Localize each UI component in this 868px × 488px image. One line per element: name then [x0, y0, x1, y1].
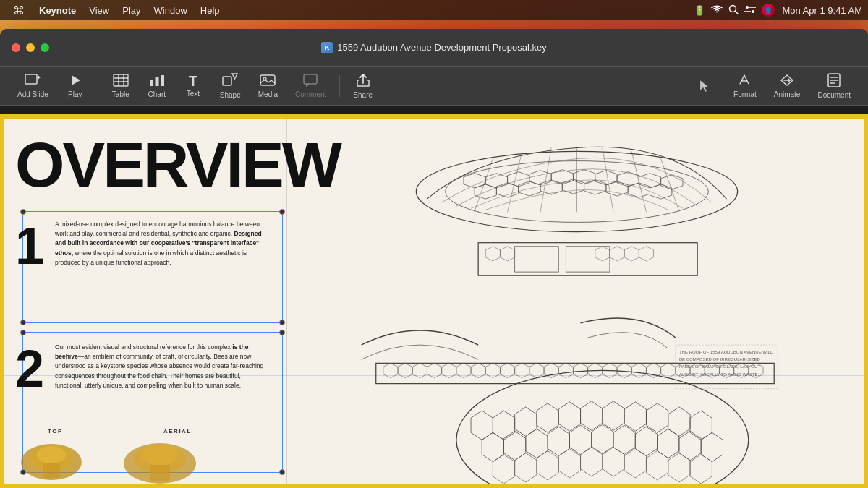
document-label: Document	[817, 91, 851, 99]
item-text-1: A mixed-use complex designed to encourag…	[55, 220, 265, 267]
slide-content: OVERVIEW	[0, 114, 868, 488]
close-button[interactable]	[12, 43, 20, 52]
document-button[interactable]: Document	[809, 70, 859, 102]
svg-line-34	[603, 147, 613, 212]
canvas-area[interactable]: OVERVIEW	[0, 106, 868, 488]
animate-label: Animate	[774, 90, 801, 98]
add-slide-label: Add Slide	[17, 90, 48, 98]
svg-point-2	[746, 6, 749, 9]
svg-point-53	[142, 445, 178, 465]
handle-br-1[interactable]	[279, 320, 285, 325]
svg-rect-17	[161, 75, 164, 86]
wifi-icon	[711, 5, 723, 16]
svg-rect-39	[566, 247, 610, 272]
battery-icon: 🔋	[694, 5, 705, 16]
window-controls	[12, 43, 49, 52]
play-button[interactable]: Play	[57, 71, 93, 101]
handle-tr-1[interactable]	[279, 209, 285, 215]
handle-bl-1[interactable]	[20, 320, 26, 325]
toolbar-separator-3	[720, 75, 720, 97]
media-icon	[260, 74, 276, 89]
play-icon	[69, 74, 82, 89]
right-panel: THE ROOF OF 1559 AUDUBON AVENUE WILL BE …	[290, 119, 864, 484]
svg-marker-19	[232, 74, 237, 79]
svg-point-3	[752, 10, 754, 13]
handle-tl-1[interactable]	[20, 209, 26, 215]
search-icon[interactable]	[728, 4, 739, 17]
svg-rect-18	[223, 77, 231, 85]
add-slide-icon	[25, 74, 41, 89]
menu-play[interactable]: Play	[116, 4, 146, 17]
format-button[interactable]: Format	[725, 71, 765, 101]
shape-button[interactable]: Shape	[211, 70, 250, 102]
svg-rect-15	[150, 80, 153, 86]
svg-line-31	[508, 151, 522, 212]
play-label: Play	[68, 90, 82, 98]
text-label: Text	[187, 90, 200, 98]
svg-line-1	[736, 11, 739, 14]
document-title: 1559 Audubon Avenue Development Proposal…	[337, 42, 547, 53]
chart-icon	[149, 74, 165, 89]
text-icon: T	[189, 74, 197, 88]
handle-tl-2[interactable]	[20, 330, 26, 335]
minimize-button[interactable]	[26, 43, 35, 52]
svg-rect-20	[260, 75, 275, 85]
datetime: Mon Apr 1 9:41 AM	[782, 5, 862, 16]
keynote-icon: K	[321, 42, 333, 53]
share-icon	[356, 73, 370, 90]
slide[interactable]: OVERVIEW	[0, 114, 868, 488]
comment-button[interactable]: Comment	[286, 71, 335, 101]
svg-rect-6	[25, 74, 37, 84]
media-label: Media	[258, 90, 278, 98]
svg-rect-50	[43, 463, 60, 478]
menu-view[interactable]: View	[83, 4, 115, 17]
window-title: K 1559 Audubon Avenue Development Propos…	[12, 42, 856, 53]
shape-label: Shape	[220, 91, 241, 99]
chart-label: Chart	[148, 90, 166, 98]
item-number-1: 1	[15, 220, 44, 272]
share-button[interactable]: Share	[344, 70, 381, 102]
divider-line	[286, 119, 287, 484]
add-slide-button[interactable]: Add Slide	[9, 71, 57, 101]
share-label: Share	[353, 91, 373, 99]
user-icon[interactable]: 👤	[762, 4, 775, 17]
format-icon	[737, 74, 753, 89]
toolbar-separator-2	[339, 75, 340, 97]
media-button[interactable]: Media	[250, 71, 286, 101]
table-label: Table	[112, 90, 129, 98]
arch-sketch-svg: THE ROOF OF 1559 AUDUBON AVENUE WILL BE …	[290, 119, 864, 484]
svg-line-32	[540, 147, 551, 212]
maximize-button[interactable]	[41, 43, 49, 52]
svg-rect-10	[114, 74, 128, 86]
text-button[interactable]: T Text	[175, 71, 211, 100]
table-icon	[113, 74, 129, 89]
system-icons: 🔋	[694, 4, 775, 17]
menu-help[interactable]: Help	[195, 4, 226, 17]
svg-text:ALGORITHMICALLY TO AVOID WASTE: ALGORITHMICALLY TO AVOID WASTE.	[679, 372, 760, 377]
comment-label: Comment	[295, 90, 326, 98]
control-center-icon[interactable]	[744, 5, 756, 16]
svg-marker-9	[72, 75, 80, 85]
table-button[interactable]: Table	[103, 71, 139, 101]
menu-bar: ⌘ Keynote View Play Window Help 🔋	[0, 0, 868, 20]
window-titlebar: K 1559 Audubon Avenue Development Propos…	[0, 29, 868, 67]
toolbar: Add Slide Play Table	[0, 67, 868, 106]
handle-tr-2[interactable]	[279, 330, 285, 335]
menu-window[interactable]: Window	[148, 4, 193, 17]
svg-text:THE ROOF OF 1559 AUDUBON AVENU: THE ROOF OF 1559 AUDUBON AVENUE WILL	[679, 350, 773, 354]
shape-icon	[222, 73, 238, 90]
app-name[interactable]: Keynote	[33, 4, 82, 17]
cursor-placeholder	[694, 75, 715, 97]
svg-rect-16	[155, 77, 158, 86]
comment-icon	[303, 74, 319, 89]
apple-menu[interactable]: ⌘	[6, 4, 32, 17]
animate-button[interactable]: Animate	[765, 71, 809, 101]
chart-button[interactable]: Chart	[139, 71, 175, 101]
svg-rect-38	[515, 247, 559, 272]
svg-text:BE COMPOSED OF IRREGULAR-SIZED: BE COMPOSED OF IRREGULAR-SIZED	[679, 357, 761, 361]
menu-bar-right: 🔋	[694, 4, 862, 17]
item-number-2: 2	[15, 343, 44, 395]
document-icon	[827, 73, 841, 90]
animate-icon	[779, 74, 795, 89]
svg-text:PANES OF SALVAGE GLASS, LAID O: PANES OF SALVAGE GLASS, LAID OUT	[679, 364, 761, 369]
